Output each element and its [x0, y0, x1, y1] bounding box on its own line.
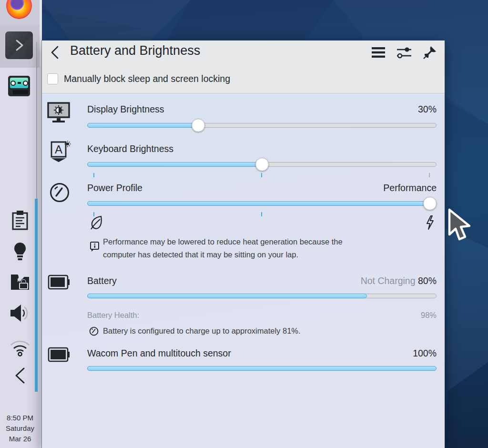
- battery-progress-bar: [87, 294, 437, 298]
- hamburger-menu-button[interactable]: [370, 44, 386, 61]
- battery-label: Battery: [87, 275, 117, 286]
- keyboard-brightness-label: Keyboard Brightness: [87, 143, 173, 154]
- battery-health-label: Battery Health:: [87, 311, 139, 320]
- battery-percent: 80%: [418, 275, 437, 286]
- mouse-cursor: [447, 208, 475, 243]
- power-profile-slider[interactable]: [87, 197, 437, 210]
- desktop: 8:50 PM Saturday Mar 26 Battery and Brig…: [0, 0, 488, 448]
- terminal-task-icon[interactable]: [5, 31, 33, 59]
- svg-text:A: A: [55, 143, 62, 156]
- display-brightness-value: 30%: [418, 104, 437, 115]
- pin-icon: [423, 45, 437, 60]
- battery-value: Not Charging 80%: [361, 275, 437, 286]
- charge-limit-note: Battery is configured to charge up to ap…: [103, 325, 301, 337]
- popup-title: Battery and Brightness: [70, 43, 200, 58]
- display-brightness-label: Display Brightness: [87, 104, 164, 115]
- keyboard-brightness-handle[interactable]: [255, 158, 269, 171]
- clock-time: 8:50 PM: [0, 413, 40, 423]
- battery-health-value: 98%: [421, 311, 437, 320]
- wifi-tray-icon[interactable]: [0, 338, 40, 356]
- display-brightness-handle[interactable]: [192, 119, 205, 132]
- charge-limit-gauge-icon: [89, 326, 99, 338]
- power-profile-icon: [49, 182, 70, 205]
- info-bubble-icon: [90, 241, 100, 255]
- power-profile-value: Performance: [383, 183, 437, 193]
- display-brightness-slider[interactable]: [87, 119, 437, 132]
- keyboard-brightness-icon: A: [50, 141, 71, 166]
- power-profile-handle[interactable]: [423, 197, 437, 210]
- display-brightness-icon: [47, 102, 71, 125]
- wacom-battery-icon: [48, 347, 71, 364]
- clipboard-tray-icon[interactable]: [0, 210, 40, 231]
- wacom-progress-bar: [87, 366, 437, 371]
- wacom-label: Wacom Pen and multitouch sensor: [87, 348, 231, 359]
- battery-status: Not Charging: [361, 275, 416, 286]
- lightning-performance-icon: [425, 215, 435, 232]
- back-button[interactable]: [48, 44, 62, 61]
- panel-separator-line: [36, 42, 37, 199]
- sliders-icon: [396, 45, 412, 60]
- power-profile-label: Power Profile: [87, 183, 142, 193]
- block-sleep-checkbox[interactable]: [47, 73, 58, 84]
- chevron-right-icon: [12, 38, 26, 52]
- clock-day: Saturday: [0, 423, 40, 434]
- volume-tray-icon[interactable]: [0, 303, 40, 323]
- power-profile-note: Performance may be lowered to reduce hea…: [103, 235, 343, 261]
- vault-folder-lock-tray-icon[interactable]: [0, 272, 40, 292]
- clock-date: Mar 26: [0, 434, 40, 444]
- battery-brightness-popup: Battery and Brightness: [42, 41, 445, 448]
- wacom-value: 100%: [413, 348, 437, 359]
- hamburger-icon: [371, 46, 386, 59]
- tray-expander-chevron-left-icon[interactable]: [0, 367, 40, 384]
- digital-clock[interactable]: 8:50 PM Saturday Mar 26: [0, 413, 40, 444]
- chevron-left-icon: [50, 45, 60, 60]
- taskbar-panel: 8:50 PM Saturday Mar 26: [0, 0, 42, 448]
- battery-icon: [48, 275, 71, 292]
- block-sleep-label: Manually block sleep and screen locking: [64, 73, 230, 84]
- leaf-power-save-icon: [90, 215, 104, 232]
- configure-button[interactable]: [396, 44, 412, 61]
- cassette-app-icon[interactable]: [8, 76, 30, 96]
- pin-button[interactable]: [422, 44, 438, 61]
- keyboard-brightness-slider[interactable]: [87, 158, 437, 171]
- popup-header: Battery and Brightness: [42, 41, 445, 93]
- block-sleep-row: Manually block sleep and screen locking: [47, 69, 230, 88]
- lightbulb-tray-icon[interactable]: [0, 242, 40, 261]
